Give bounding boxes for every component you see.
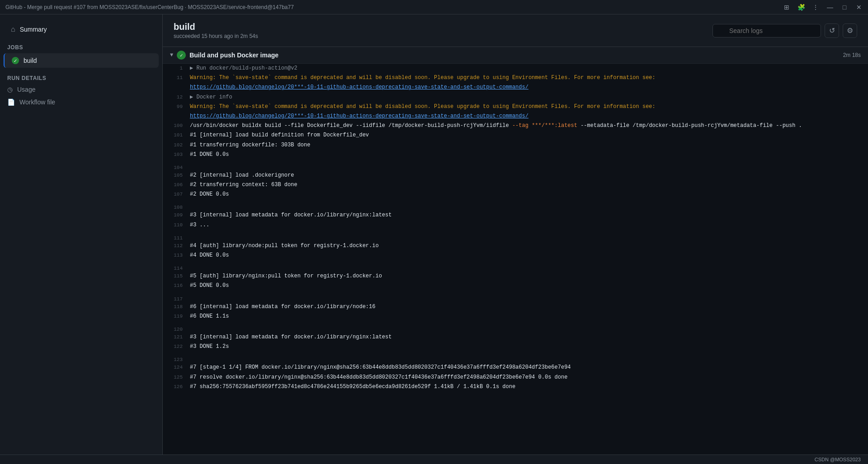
log-line: 104 — [163, 159, 868, 171]
step-chevron-icon: ▼ — [170, 52, 173, 58]
translate-icon[interactable]: ⊞ — [783, 4, 790, 11]
line-number: 116 — [163, 283, 190, 288]
log-line: 113#4 DONE 0.0s — [163, 251, 868, 260]
line-number: 113 — [163, 253, 190, 258]
line-number: 12 — [163, 94, 190, 100]
log-line: 101#1 [internal] load build definition f… — [163, 131, 868, 140]
maximize-icon[interactable]: □ — [841, 4, 848, 11]
log-line: 114 — [163, 260, 868, 272]
line-number: 119 — [163, 314, 190, 319]
line-content: #6 DONE 1.1s — [190, 312, 236, 321]
log-line: 124#7 [stage-1 1/4] FROM docker.io/libra… — [163, 363, 868, 372]
log-line: 125#7 resolve docker.io/library/nginx@sh… — [163, 373, 868, 382]
log-line: 117 — [163, 291, 868, 302]
line-content: #2 DONE 0.0s — [190, 190, 236, 199]
job-name: build — [24, 57, 37, 64]
log-line: 106#2 transferring context: 63B done — [163, 180, 868, 190]
line-content: #5 [auth] library/nginx:pull token for r… — [190, 272, 389, 281]
log-line: 122#3 DONE 1.2s — [163, 342, 868, 352]
line-number: 102 — [163, 142, 190, 148]
line-content — [190, 352, 197, 361]
log-line: 111 — [163, 230, 868, 241]
jobs-section-label: Jobs — [0, 41, 162, 52]
log-line: 120 — [163, 321, 868, 333]
log-line: 1▶ Run docker/build-push-action@v2 — [163, 64, 868, 73]
clock-icon: ◷ — [7, 86, 13, 93]
line-number: 115 — [163, 273, 190, 279]
line-content — [190, 322, 197, 331]
workflow-file-item[interactable]: 📄 Workflow file — [7, 96, 155, 108]
log-line: 108 — [163, 199, 868, 211]
line-content — [190, 200, 197, 209]
log-area[interactable]: ▼ ✓ Build and push Docker image 2m 18s 1… — [163, 47, 868, 455]
minimize-icon[interactable]: — — [826, 4, 834, 11]
line-number: 121 — [163, 334, 190, 340]
line-content — [190, 261, 197, 270]
line-number: 105 — [163, 173, 190, 178]
line-number: 103 — [163, 152, 190, 157]
search-logs-input[interactable] — [712, 24, 821, 37]
log-line: 100/usr/bin/docker buildx build --file D… — [163, 121, 868, 131]
line-number: 11 — [163, 75, 190, 80]
file-icon: 📄 — [7, 98, 15, 106]
log-line: 12▶ Docker info — [163, 93, 868, 102]
line-number: 110 — [163, 222, 190, 228]
build-title-section: build succeeded 15 hours ago in 2m 54s — [174, 22, 258, 39]
build-title: build — [174, 22, 258, 32]
close-icon[interactable]: ✕ — [855, 4, 863, 11]
statusbar-text: CSDN @MOSS2023 — [815, 457, 861, 462]
usage-item[interactable]: ◷ Usage — [7, 83, 155, 96]
log-line: 99Warning: The `save-state` command is d… — [163, 102, 868, 112]
sidebar-job-build[interactable]: ✓ build — [4, 53, 159, 68]
settings-button[interactable]: ⚙ — [843, 23, 857, 38]
more-icon[interactable]: ⋮ — [812, 4, 819, 11]
log-line: 126#7 sha256:75576236abf5959ff23b741ed8c… — [163, 382, 868, 392]
line-content: #3 [internal] load metadata for docker.i… — [190, 333, 399, 342]
line-number: 120 — [163, 327, 190, 332]
log-line: 118#6 [internal] load metadata for docke… — [163, 302, 868, 312]
sidebar-summary[interactable]: ⌂ Summary — [4, 20, 159, 39]
puzzle-icon[interactable]: 🧩 — [797, 4, 805, 11]
log-line: https://github.blog/changelog/20***-10-1… — [163, 83, 868, 92]
line-content: #1 [internal] load build definition from… — [190, 131, 376, 140]
log-line: 109#3 [internal] load metadata for docke… — [163, 211, 868, 220]
line-content: #4 DONE 0.0s — [190, 251, 236, 260]
line-content — [190, 230, 197, 239]
line-number: 111 — [163, 235, 190, 241]
line-content: #3 [internal] load metadata for docker.i… — [190, 211, 399, 220]
summary-label: Summary — [20, 26, 47, 33]
log-lines-container: 1▶ Run docker/build-push-action@v211Warn… — [163, 64, 868, 392]
log-line: 11Warning: The `save-state` command is d… — [163, 73, 868, 83]
line-number: 123 — [163, 357, 190, 362]
line-number: 1 — [163, 66, 190, 71]
line-content: #5 DONE 0.0s — [190, 281, 236, 290]
refresh-button[interactable]: ↺ — [825, 23, 839, 38]
line-content: #7 [stage-1 1/4] FROM docker.io/library/… — [190, 363, 578, 372]
log-line: 102#1 transferring dockerfile: 303B done — [163, 141, 868, 150]
line-number: 118 — [163, 304, 190, 309]
line-content — [190, 291, 197, 300]
log-line: 119#6 DONE 1.1s — [163, 312, 868, 321]
line-content: ▶ Docker info — [190, 93, 240, 102]
line-content: #1 transferring dockerfile: 303B done — [190, 141, 317, 150]
log-line: 110#3 ... — [163, 220, 868, 230]
build-header: build succeeded 15 hours ago in 2m 54s 🔍… — [163, 14, 868, 47]
line-number: 122 — [163, 344, 190, 349]
step-header[interactable]: ▼ ✓ Build and push Docker image 2m 18s — [163, 47, 868, 64]
line-number: 107 — [163, 192, 190, 197]
line-content: #2 transferring context: 63B done — [190, 181, 305, 189]
build-actions: 🔍 ↺ ⚙ — [712, 23, 857, 38]
line-number: 117 — [163, 296, 190, 302]
line-content: #2 [internal] load .dockerignore — [190, 171, 301, 180]
line-content: #7 sha256:75576236abf5959ff23b741ed8c478… — [190, 383, 523, 391]
log-line: https://github.blog/changelog/20***-10-1… — [163, 112, 868, 121]
run-details-section: Run details ◷ Usage 📄 Workflow file — [0, 71, 162, 112]
line-content: #7 resolve docker.io/library/nginx@sha25… — [190, 373, 575, 382]
log-line: 121#3 [internal] load metadata for docke… — [163, 333, 868, 342]
line-number: 114 — [163, 266, 190, 271]
line-content: https://github.blog/changelog/20***-10-1… — [190, 83, 536, 92]
step-header-left: ▼ ✓ Build and push Docker image — [170, 51, 278, 60]
line-content: #3 ... — [190, 221, 217, 230]
log-line: 105#2 [internal] load .dockerignore — [163, 171, 868, 180]
line-number: 106 — [163, 182, 190, 187]
